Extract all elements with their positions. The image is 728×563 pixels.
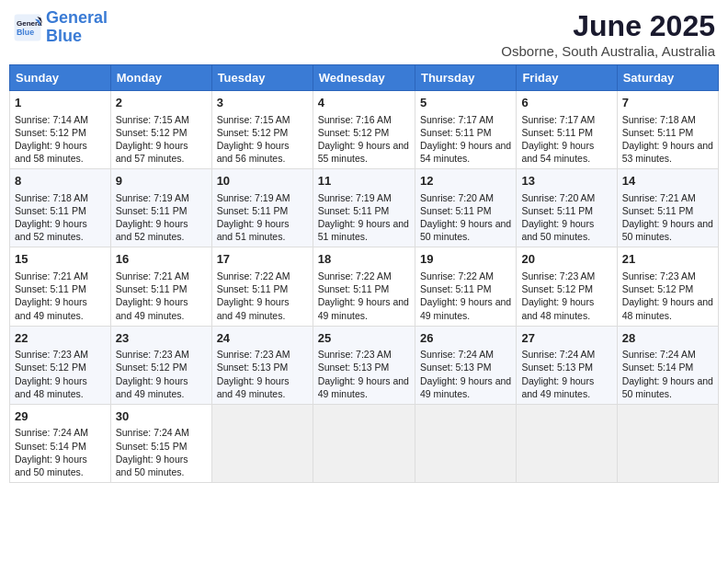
week-row-5: 29Sunrise: 7:24 AMSunset: 5:14 PMDayligh… (10, 404, 719, 482)
calendar-table: SundayMondayTuesdayWednesdayThursdayFrid… (9, 64, 719, 483)
week-row-1: 1Sunrise: 7:14 AMSunset: 5:12 PMDaylight… (10, 91, 719, 169)
daylight-hours: Daylight: 9 hours and 50 minutes. (622, 375, 713, 399)
sunrise-time: Sunrise: 7:22 AM (318, 270, 392, 282)
daylight-hours: Daylight: 9 hours and 48 minutes. (521, 296, 594, 320)
col-header-friday: Friday (517, 65, 617, 91)
sunrise-time: Sunrise: 7:22 AM (217, 270, 290, 282)
sunrise-time: Sunrise: 7:23 AM (318, 349, 392, 360)
sunset-time: Sunset: 5:12 PM (521, 283, 593, 294)
day-number: 18 (318, 251, 410, 268)
daylight-hours: Daylight: 9 hours and 48 minutes. (622, 296, 713, 320)
sunset-time: Sunset: 5:13 PM (217, 362, 289, 373)
sunrise-time: Sunrise: 7:17 AM (521, 114, 595, 125)
header-row: SundayMondayTuesdayWednesdayThursdayFrid… (10, 65, 719, 91)
svg-text:Blue: Blue (17, 28, 34, 37)
calendar-cell (617, 404, 718, 482)
calendar-cell: 29Sunrise: 7:24 AMSunset: 5:14 PMDayligh… (10, 404, 111, 482)
day-number: 25 (318, 330, 410, 347)
daylight-hours: Daylight: 9 hours and 55 minutes. (318, 140, 409, 164)
day-number: 15 (15, 251, 106, 268)
sunset-time: Sunset: 5:11 PM (521, 127, 593, 138)
logo: General Blue GeneralBlue (13, 9, 108, 46)
sunrise-time: Sunrise: 7:23 AM (116, 349, 189, 360)
day-number: 8 (15, 173, 106, 190)
sunrise-time: Sunrise: 7:16 AM (318, 114, 392, 125)
daylight-hours: Daylight: 9 hours and 49 minutes. (217, 296, 290, 320)
daylight-hours: Daylight: 9 hours and 52 minutes. (15, 218, 87, 242)
daylight-hours: Daylight: 9 hours and 50 minutes. (116, 454, 188, 477)
daylight-hours: Daylight: 9 hours and 49 minutes. (318, 375, 409, 399)
sunset-time: Sunset: 5:12 PM (217, 127, 289, 138)
daylight-hours: Daylight: 9 hours and 48 minutes. (15, 375, 87, 399)
day-number: 17 (217, 251, 308, 268)
day-number: 1 (15, 95, 106, 111)
day-number: 9 (116, 173, 207, 190)
sunrise-time: Sunrise: 7:19 AM (318, 192, 392, 203)
calendar-cell: 7Sunrise: 7:18 AMSunset: 5:11 PMDaylight… (617, 91, 718, 169)
calendar-cell: 4Sunrise: 7:16 AMSunset: 5:12 PMDaylight… (313, 91, 415, 169)
daylight-hours: Daylight: 9 hours and 50 minutes. (420, 218, 511, 242)
sunset-time: Sunset: 5:14 PM (15, 441, 86, 452)
day-number: 4 (318, 95, 410, 111)
daylight-hours: Daylight: 9 hours and 58 minutes. (15, 140, 87, 164)
sunset-time: Sunset: 5:12 PM (116, 127, 188, 138)
day-number: 26 (420, 330, 511, 347)
sunset-time: Sunset: 5:11 PM (622, 127, 694, 138)
daylight-hours: Daylight: 9 hours and 49 minutes. (15, 296, 87, 320)
sunrise-time: Sunrise: 7:19 AM (217, 192, 290, 203)
sunset-time: Sunset: 5:12 PM (622, 283, 694, 294)
calendar-cell: 5Sunrise: 7:17 AMSunset: 5:11 PMDaylight… (415, 91, 516, 169)
calendar-cell: 1Sunrise: 7:14 AMSunset: 5:12 PMDaylight… (10, 91, 111, 169)
daylight-hours: Daylight: 9 hours and 50 minutes. (622, 218, 713, 242)
sunrise-time: Sunrise: 7:15 AM (116, 114, 189, 125)
calendar-cell: 8Sunrise: 7:18 AMSunset: 5:11 PMDaylight… (10, 169, 111, 247)
calendar-cell (313, 404, 415, 482)
day-number: 7 (622, 95, 713, 111)
day-number: 23 (116, 330, 207, 347)
calendar-cell: 27Sunrise: 7:24 AMSunset: 5:13 PMDayligh… (517, 326, 617, 404)
daylight-hours: Daylight: 9 hours and 50 minutes. (15, 454, 87, 477)
daylight-hours: Daylight: 9 hours and 54 minutes. (521, 140, 594, 164)
logo-icon: General Blue (13, 13, 42, 42)
daylight-hours: Daylight: 9 hours and 52 minutes. (116, 218, 188, 242)
sunrise-time: Sunrise: 7:24 AM (116, 427, 189, 438)
daylight-hours: Daylight: 9 hours and 49 minutes. (116, 375, 188, 399)
sunrise-time: Sunrise: 7:23 AM (622, 270, 696, 282)
day-number: 19 (420, 251, 511, 268)
sunset-time: Sunset: 5:11 PM (318, 205, 390, 216)
col-header-thursday: Thursday (415, 65, 516, 91)
daylight-hours: Daylight: 9 hours and 51 minutes. (318, 218, 409, 242)
calendar-cell: 26Sunrise: 7:24 AMSunset: 5:13 PMDayligh… (415, 326, 516, 404)
daylight-hours: Daylight: 9 hours and 53 minutes. (622, 140, 713, 164)
day-number: 24 (217, 330, 308, 347)
daylight-hours: Daylight: 9 hours and 51 minutes. (217, 218, 290, 242)
calendar-cell: 17Sunrise: 7:22 AMSunset: 5:11 PMDayligh… (211, 247, 313, 326)
sunset-time: Sunset: 5:15 PM (116, 441, 188, 452)
sunset-time: Sunset: 5:13 PM (318, 362, 390, 373)
sunset-time: Sunset: 5:12 PM (15, 127, 86, 138)
calendar-cell: 21Sunrise: 7:23 AMSunset: 5:12 PMDayligh… (617, 247, 718, 326)
day-number: 28 (622, 330, 713, 347)
day-number: 20 (521, 251, 611, 268)
calendar-cell: 24Sunrise: 7:23 AMSunset: 5:13 PMDayligh… (211, 326, 313, 404)
daylight-hours: Daylight: 9 hours and 49 minutes. (116, 296, 188, 320)
sunset-time: Sunset: 5:11 PM (521, 205, 593, 216)
sunset-time: Sunset: 5:11 PM (15, 283, 86, 294)
month-title: June 2025 (501, 9, 715, 43)
day-number: 30 (116, 408, 207, 425)
week-row-4: 22Sunrise: 7:23 AMSunset: 5:12 PMDayligh… (10, 326, 719, 404)
sunset-time: Sunset: 5:11 PM (15, 205, 86, 216)
logo-text: GeneralBlue (46, 9, 108, 46)
sunrise-time: Sunrise: 7:18 AM (15, 192, 88, 203)
daylight-hours: Daylight: 9 hours and 56 minutes. (217, 140, 290, 164)
daylight-hours: Daylight: 9 hours and 49 minutes. (318, 296, 409, 320)
calendar-cell: 18Sunrise: 7:22 AMSunset: 5:11 PMDayligh… (313, 247, 415, 326)
day-number: 27 (521, 330, 611, 347)
day-number: 10 (217, 173, 308, 190)
calendar-cell (211, 404, 313, 482)
col-header-tuesday: Tuesday (211, 65, 313, 91)
day-number: 11 (318, 173, 410, 190)
title-block: June 2025 Osborne, South Australia, Aust… (501, 9, 715, 59)
sunset-time: Sunset: 5:11 PM (116, 205, 188, 216)
daylight-hours: Daylight: 9 hours and 49 minutes. (420, 375, 511, 399)
